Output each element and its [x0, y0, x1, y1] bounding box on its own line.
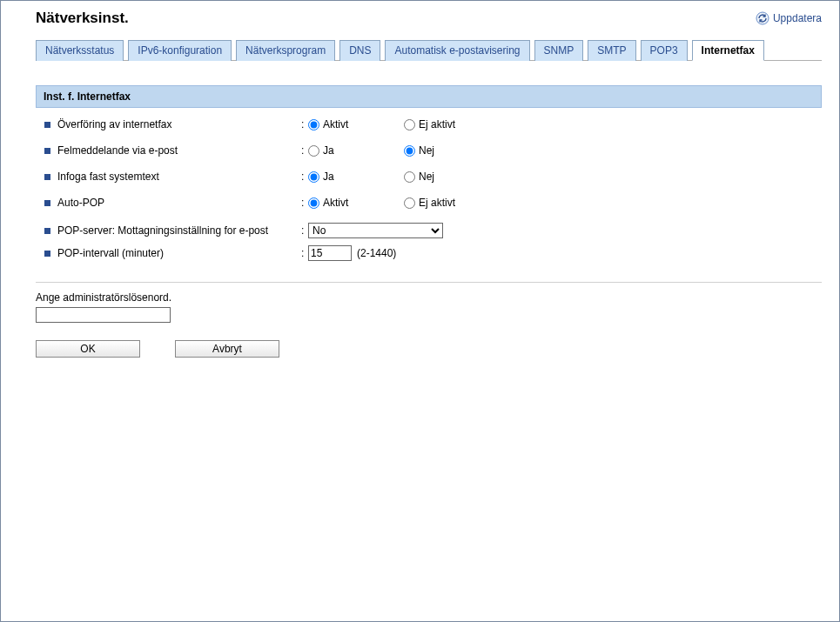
header: Nätverksinst. Uppdatera	[1, 1, 839, 27]
form-body: Överföring av internetfax : Aktivt Ej ak…	[36, 108, 822, 273]
radio-errmail-yes[interactable]: Ja	[308, 144, 404, 157]
tab-snmp[interactable]: SNMP	[534, 40, 584, 61]
separator	[36, 282, 822, 283]
radio-errmail-no[interactable]: Nej	[404, 144, 500, 157]
refresh-label: Uppdatera	[773, 12, 822, 24]
tab-dns[interactable]: DNS	[339, 40, 380, 61]
bullet-icon	[44, 228, 50, 234]
radio-autopop-active[interactable]: Aktivt	[308, 197, 404, 209]
tab-natverksstatus[interactable]: Nätverksstatus	[36, 40, 124, 61]
tab-internetfax[interactable]: Internetfax	[692, 40, 764, 61]
bullet-icon	[44, 251, 50, 257]
row-popserver: POP-server: Mottagningsinställning for e…	[44, 223, 813, 238]
bullet-icon	[44, 200, 50, 206]
radio-autopop-inactive[interactable]: Ej aktivt	[404, 197, 500, 209]
password-block: Ange administratörslösenord.	[36, 291, 822, 323]
svg-point-0	[756, 12, 769, 24]
label-errmail: Felmeddelande via e-post	[57, 144, 301, 157]
bullet-icon	[44, 148, 50, 154]
radio-systext-no[interactable]: Nej	[404, 171, 500, 183]
select-popserver[interactable]: No	[308, 223, 443, 238]
refresh-button[interactable]: Uppdatera	[756, 11, 822, 25]
row-transfer: Överföring av internetfax : Aktivt Ej ak…	[44, 118, 813, 130]
label-popinterval: POP-intervall (minuter)	[57, 247, 301, 259]
hint-popinterval: (2-1440)	[357, 247, 396, 259]
section-internetfax: Inst. f. Internetfax Överföring av inter…	[36, 85, 822, 273]
cancel-button[interactable]: Avbryt	[175, 340, 279, 358]
refresh-icon	[756, 11, 769, 25]
section-heading: Inst. f. Internetfax	[36, 85, 822, 108]
tab-bar: Nätverksstatus IPv6-konfiguration Nätver…	[36, 39, 822, 61]
password-label: Ange administratörslösenord.	[36, 291, 822, 304]
password-input[interactable]	[36, 307, 171, 323]
button-row: OK Avbryt	[36, 340, 822, 358]
ok-button[interactable]: OK	[36, 340, 140, 358]
row-autopop: Auto-POP : Aktivt Ej aktivt	[44, 197, 813, 209]
label-popserver: POP-server: Mottagningsinställning for e…	[57, 224, 301, 237]
radio-systext-yes[interactable]: Ja	[308, 171, 404, 183]
input-popinterval[interactable]	[308, 245, 352, 261]
bullet-icon	[44, 174, 50, 180]
row-systext: Infoga fast systemtext : Ja Nej	[44, 171, 813, 183]
tab-epostavisering[interactable]: Automatisk e-postavisering	[385, 40, 529, 61]
label-autopop: Auto-POP	[57, 197, 301, 209]
bullet-icon	[44, 122, 50, 128]
tab-natverksprogram[interactable]: Nätverksprogram	[236, 40, 335, 61]
label-transfer: Överföring av internetfax	[57, 118, 301, 130]
row-errmail: Felmeddelande via e-post : Ja Nej	[44, 144, 813, 157]
radio-transfer-active[interactable]: Aktivt	[308, 118, 404, 130]
label-systext: Infoga fast systemtext	[57, 171, 301, 183]
tab-smtp[interactable]: SMTP	[588, 40, 635, 61]
tab-pop3[interactable]: POP3	[641, 40, 688, 61]
app-frame: Nätverksinst. Uppdatera Nätverksstatus I…	[0, 0, 840, 622]
radio-transfer-inactive[interactable]: Ej aktivt	[404, 118, 500, 130]
tab-ipv6[interactable]: IPv6-konfiguration	[128, 40, 232, 61]
page-title: Nätverksinst.	[36, 10, 129, 27]
row-popinterval: POP-intervall (minuter) : (2-1440)	[44, 245, 813, 261]
